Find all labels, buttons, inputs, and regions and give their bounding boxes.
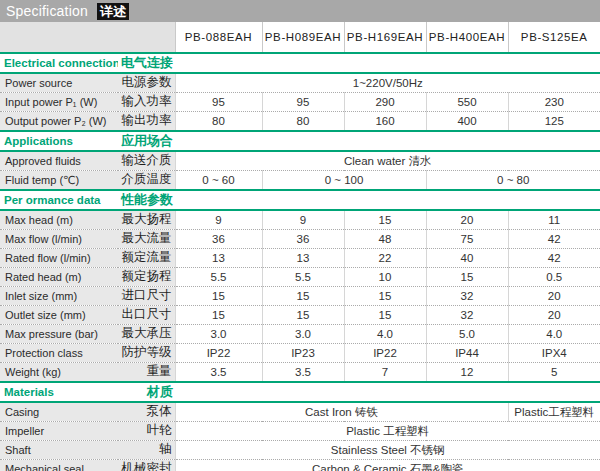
cell-value: 9 <box>175 210 262 230</box>
table-row: Output power P₂ (W) 输出功率 80 80 160 400 1… <box>0 112 600 132</box>
row-label-en: Mechanical seal <box>0 460 118 471</box>
row-label-zh: 最大扬程 <box>118 210 175 230</box>
row-label-zh: 输入功率 <box>118 93 175 112</box>
cell-value: 15 <box>262 287 344 306</box>
cell-value: 42 <box>508 230 600 249</box>
cell-value: 22 <box>344 249 426 268</box>
table-row: Casing 泵体 Cast Iron 铸铁 Plastic工程塑料 <box>0 402 600 422</box>
cell-value: 4.0 <box>508 325 600 344</box>
cell-value: 9 <box>262 210 344 230</box>
cell-value: 36 <box>262 230 344 249</box>
cell-value: IP44 <box>426 344 508 363</box>
row-label-en: Max pressure (bar) <box>0 325 118 344</box>
row-label-zh: 出口尺寸 <box>118 306 175 325</box>
cell-value: 15 <box>175 287 262 306</box>
row-label-zh: 额定流量 <box>118 249 175 268</box>
table-row: Approved fluids 输送介质 Clean water 清水 <box>0 151 600 171</box>
cell-value: 15 <box>262 306 344 325</box>
row-label-zh: 重量 <box>118 363 175 383</box>
cell-value: 48 <box>344 230 426 249</box>
cell-value: IP23 <box>262 344 344 363</box>
section-title-zh: 应用场合 <box>118 131 175 151</box>
section-header-spacer <box>175 131 600 151</box>
row-label-en: Casing <box>0 402 118 422</box>
model-header: PB-S125EA <box>508 22 600 53</box>
row-label-zh: 最大承压 <box>118 325 175 344</box>
table-row: Fluid temp (℃) 介质温度 0 ~ 60 0 ~ 100 0 ~ 8… <box>0 171 600 191</box>
cell-value: 5 <box>508 363 600 383</box>
row-label-zh: 泵体 <box>118 402 175 422</box>
model-header-row: PB-088EAH PB-H089EAH PB-H169EAH PB-H400E… <box>0 22 600 53</box>
cell-value: 3.0 <box>175 325 262 344</box>
table-row: Rated head (m) 额定扬程 5.5 5.5 10 15 0.5 <box>0 268 600 287</box>
cell-value: Plastic工程塑料 <box>508 402 600 422</box>
cell-value: 13 <box>262 249 344 268</box>
cell-value: 15 <box>426 268 508 287</box>
cell-value: IP22 <box>344 344 426 363</box>
row-label-zh: 最大流量 <box>118 230 175 249</box>
cell-value: Cast Iron 铸铁 <box>175 402 508 422</box>
cell-value: 11 <box>508 210 600 230</box>
page-title: Specification <box>6 3 88 19</box>
section-title-zh: 材质 <box>118 382 175 402</box>
section-title-en: Applications <box>0 131 118 151</box>
cell-value: 400 <box>426 112 508 132</box>
cell-value: 0 ~ 80 <box>426 171 600 191</box>
row-label-zh: 电源参数 <box>118 73 175 93</box>
row-label-en: Output power P₂ (W) <box>0 112 118 132</box>
cell-value: 550 <box>426 93 508 112</box>
row-label-zh: 机械密封 <box>118 460 175 471</box>
cell-value: 5.0 <box>426 325 508 344</box>
model-header: PB-H169EAH <box>344 22 426 53</box>
row-label-zh: 进口尺寸 <box>118 287 175 306</box>
cell-value: 80 <box>175 112 262 132</box>
row-label-en: Protection class <box>0 344 118 363</box>
section-title-zh: 性能参数 <box>118 190 175 210</box>
cell-value: 3.5 <box>262 363 344 383</box>
cell-value: 3.5 <box>175 363 262 383</box>
row-label-en: Rated flow (l/min) <box>0 249 118 268</box>
row-label-en: Impeller <box>0 422 118 441</box>
row-label-en: Input power P₁ (W) <box>0 93 118 112</box>
cell-value: 15 <box>344 210 426 230</box>
cell-value: Stainless Steel 不锈钢 <box>175 441 600 460</box>
row-label-zh: 防护等级 <box>118 344 175 363</box>
specification-table: PB-088EAH PB-H089EAH PB-H169EAH PB-H400E… <box>0 22 600 471</box>
table-row: Shaft 轴 Stainless Steel 不锈钢 <box>0 441 600 460</box>
cell-value: IPX4 <box>508 344 600 363</box>
table-row: Impeller 叶轮 Plastic 工程塑料 <box>0 422 600 441</box>
section-title-en: Electrical connection <box>0 53 118 73</box>
section-header-spacer <box>175 190 600 210</box>
cell-value: 230 <box>508 93 600 112</box>
table-row: Input power P₁ (W) 输入功率 95 95 290 550 23… <box>0 93 600 112</box>
section-header-row: Materials 材质 <box>0 382 600 402</box>
cell-value: 32 <box>426 306 508 325</box>
row-label-en: Approved fluids <box>0 151 118 171</box>
row-label-zh: 叶轮 <box>118 422 175 441</box>
cell-value: 125 <box>508 112 600 132</box>
row-label-en: Rated head (m) <box>0 268 118 287</box>
table-row: Power source 电源参数 1~220V/50Hz <box>0 73 600 93</box>
section-title-en: Per ormance data <box>0 190 118 210</box>
table-row: Max head (m) 最大扬程 9 9 15 20 11 <box>0 210 600 230</box>
page-title-zh-badge: 详述 <box>97 3 129 20</box>
row-label-en: Power source <box>0 73 118 93</box>
row-label-zh: 输送介质 <box>118 151 175 171</box>
row-label-en: Fluid temp (℃) <box>0 171 118 191</box>
section-header-row: Applications 应用场合 <box>0 131 600 151</box>
table-row: Mechanical seal 机械密封 Carbon & Ceramic 石墨… <box>0 460 600 471</box>
section-header-spacer <box>175 382 600 402</box>
cell-value: 0.5 <box>508 268 600 287</box>
table-row: Outlet size (mm) 出口尺寸 15 15 15 32 20 <box>0 306 600 325</box>
section-header-spacer <box>175 53 600 73</box>
row-label-en: Weight (kg) <box>0 363 118 383</box>
cell-value: 1~220V/50Hz <box>175 73 600 93</box>
cell-value: Carbon & Ceramic 石墨&陶瓷 <box>175 460 600 471</box>
title-bar: Specification 详述 <box>0 0 600 22</box>
cell-value: 95 <box>262 93 344 112</box>
cell-value: Clean water 清水 <box>175 151 600 171</box>
cell-value: 95 <box>175 93 262 112</box>
cell-value: 7 <box>344 363 426 383</box>
cell-value: 290 <box>344 93 426 112</box>
cell-value: 20 <box>508 306 600 325</box>
